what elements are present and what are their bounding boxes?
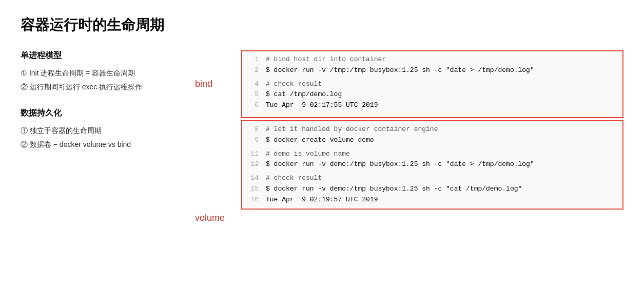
code-text: # check result bbox=[266, 173, 322, 184]
code-row: 15$ docker run -v demo:/tmp busybox:1.25… bbox=[242, 184, 622, 195]
code-text: $ docker run -v demo:/tmp busybox:1.25 s… bbox=[266, 184, 522, 195]
line-number: 1 bbox=[247, 54, 259, 65]
code-block-volume: 8# let it handled by docker container en… bbox=[241, 120, 623, 210]
code-row: 12$ docker run -v demo:/tmp busybox:1.25… bbox=[242, 159, 622, 170]
line-number: 4 bbox=[247, 79, 259, 90]
line-number: 8 bbox=[247, 124, 259, 135]
code-text: # bind host dir into container bbox=[266, 54, 386, 65]
code-row: 5$ cat /tmp/demo.log bbox=[242, 89, 622, 100]
line-number: 12 bbox=[247, 159, 259, 170]
code-text: # let it handled by docker container eng… bbox=[266, 124, 438, 135]
list-item: ① Init 进程生命周期 = 容器生命周期 bbox=[21, 66, 195, 80]
left-panel: 单进程模型 ① Init 进程生命周期 = 容器生命周期 ② 运行期间可运行 e… bbox=[21, 50, 195, 165]
code-text: $ docker run -v /tmp:/tmp busybox:1.25 s… bbox=[266, 65, 534, 76]
code-row: 4# check result bbox=[242, 79, 622, 90]
code-row: 8# let it handled by docker container en… bbox=[242, 124, 622, 135]
section-title-single-process: 单进程模型 bbox=[21, 50, 195, 61]
line-number: 5 bbox=[247, 89, 259, 100]
middle-labels: bind volume bbox=[195, 50, 241, 223]
section-data-persistence: 数据持久化 ① 独立于容器的生命周期 ② 数据卷 − docker volume… bbox=[21, 108, 195, 151]
list-item: ② 运行期间可运行 exec 执行运维操作 bbox=[21, 80, 195, 94]
page-title: 容器运行时的生命周期 bbox=[21, 15, 623, 35]
code-row: 6Tue Apr 9 02:17:55 UTC 2019 bbox=[242, 100, 622, 111]
bind-label: bind bbox=[195, 79, 241, 89]
code-row: 9$ docker create volume demo bbox=[242, 135, 622, 146]
line-number: 16 bbox=[247, 195, 259, 205]
line-number: 2 bbox=[247, 65, 259, 76]
code-block-bind: 1# bind host dir into container2$ docker… bbox=[241, 50, 623, 118]
volume-label: volume bbox=[195, 213, 241, 223]
code-row: 11# demo is volume name bbox=[242, 149, 622, 160]
section-list-data-persistence: ① 独立于容器的生命周期 ② 数据卷 − docker volume vs bi… bbox=[21, 124, 195, 151]
list-item: ② 数据卷 − docker volume vs bind bbox=[21, 138, 195, 152]
section-single-process: 单进程模型 ① Init 进程生命周期 = 容器生命周期 ② 运行期间可运行 e… bbox=[21, 50, 195, 93]
line-number: 9 bbox=[247, 135, 259, 146]
line-number: 14 bbox=[247, 173, 259, 184]
line-number: 6 bbox=[247, 100, 259, 111]
code-text: # demo is volume name bbox=[266, 149, 350, 160]
line-number: 15 bbox=[247, 184, 259, 195]
right-panel: 1# bind host dir into container2$ docker… bbox=[241, 50, 623, 210]
code-text: $ docker run -v demo:/tmp busybox:1.25 s… bbox=[266, 159, 534, 170]
section-list-single-process: ① Init 进程生命周期 = 容器生命周期 ② 运行期间可运行 exec 执行… bbox=[21, 66, 195, 93]
code-text: # check result bbox=[266, 79, 322, 90]
code-text: $ docker create volume demo bbox=[266, 135, 374, 146]
code-row: 1# bind host dir into container bbox=[242, 54, 622, 65]
line-number: 11 bbox=[247, 149, 259, 160]
code-text: $ cat /tmp/demo.log bbox=[266, 89, 342, 100]
code-text: Tue Apr 9 02:17:55 UTC 2019 bbox=[266, 100, 378, 111]
code-text: Tue Apr 9 02:19:57 UTC 2019 bbox=[266, 195, 378, 205]
code-row: 16Tue Apr 9 02:19:57 UTC 2019 bbox=[242, 195, 622, 205]
code-row: 14# check result bbox=[242, 173, 622, 184]
code-row: 2$ docker run -v /tmp:/tmp busybox:1.25 … bbox=[242, 65, 622, 76]
content-layout: 单进程模型 ① Init 进程生命周期 = 容器生命周期 ② 运行期间可运行 e… bbox=[21, 50, 623, 223]
list-item: ① 独立于容器的生命周期 bbox=[21, 124, 195, 138]
section-title-data-persistence: 数据持久化 bbox=[21, 108, 195, 119]
